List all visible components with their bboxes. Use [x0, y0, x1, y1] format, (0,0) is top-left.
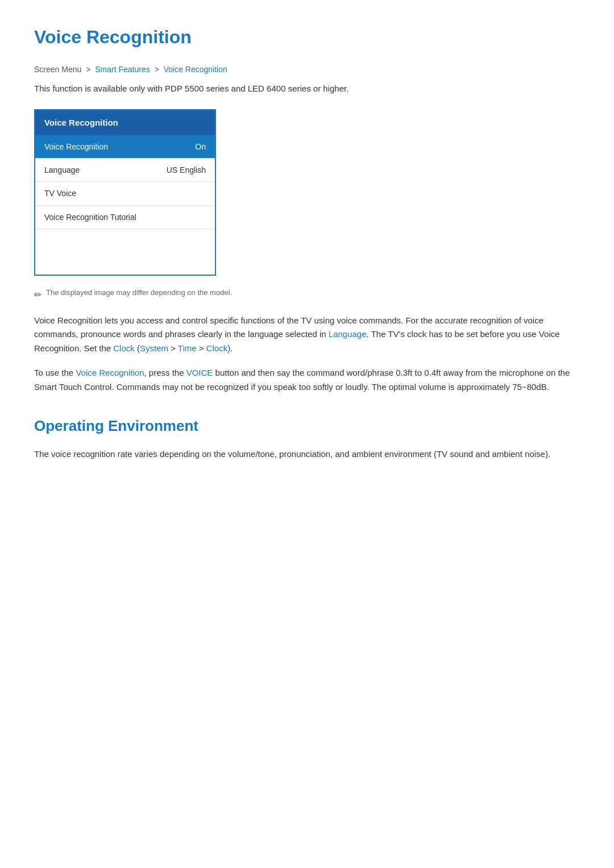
image-note-text: The displayed image may differ depending… [46, 287, 232, 299]
system-link[interactable]: System [140, 343, 168, 353]
menu-item-language[interactable]: Language US English [35, 159, 215, 182]
language-link[interactable]: Language [329, 329, 367, 339]
body-paragraph-1: Voice Recognition lets you access and co… [34, 314, 580, 356]
breadcrumb: Screen Menu > Smart Features > Voice Rec… [34, 63, 580, 76]
menu-item-tutorial-label: Voice Recognition Tutorial [44, 211, 136, 223]
menu-title: Voice Recognition [35, 110, 215, 135]
pencil-icon: ✏ [34, 288, 42, 302]
breadcrumb-voice-recognition[interactable]: Voice Recognition [164, 65, 227, 74]
menu-item-tv-voice-label: TV Voice [44, 187, 76, 200]
clock-link-2[interactable]: Clock [206, 343, 228, 353]
page-title: Voice Recognition [34, 23, 580, 52]
voice-recognition-menu: Voice Recognition Voice Recognition On L… [34, 109, 216, 276]
menu-item-language-value: US English [167, 164, 206, 176]
menu-item-language-label: Language [44, 164, 80, 176]
menu-item-voice-recognition-value: On [195, 140, 206, 153]
operating-environment-title: Operating Environment [34, 414, 580, 438]
time-link[interactable]: Time [178, 343, 197, 353]
voice-recognition-link[interactable]: Voice Recognition [76, 368, 144, 377]
body-paragraph-2: To use the Voice Recognition, press the … [34, 366, 580, 394]
menu-item-tutorial[interactable]: Voice Recognition Tutorial [35, 206, 215, 229]
breadcrumb-smart-features[interactable]: Smart Features [95, 65, 150, 74]
breadcrumb-screen-menu: Screen Menu [34, 65, 81, 74]
operating-environment-body: The voice recognition rate varies depend… [34, 447, 580, 462]
availability-note: This function is available only with PDP… [34, 82, 580, 95]
menu-spacer [35, 229, 215, 275]
menu-item-voice-recognition-label: Voice Recognition [44, 140, 108, 153]
menu-item-voice-recognition[interactable]: Voice Recognition On [35, 135, 215, 159]
voice-button-link[interactable]: VOICE [186, 368, 213, 377]
image-note-row: ✏ The displayed image may differ dependi… [34, 287, 580, 302]
clock-link[interactable]: Clock [113, 343, 135, 353]
menu-item-tv-voice[interactable]: TV Voice [35, 182, 215, 205]
breadcrumb-sep-1: > [86, 65, 90, 74]
breadcrumb-sep-2: > [155, 65, 159, 74]
